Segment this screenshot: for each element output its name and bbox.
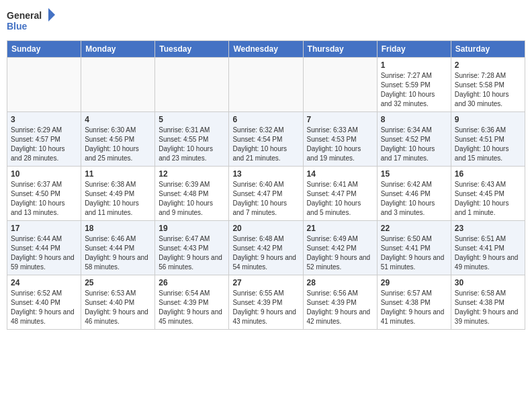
day-number: 16: [455, 169, 521, 179]
day-info: Sunrise: 6:38 AM Sunset: 4:49 PM Dayligh…: [85, 180, 151, 218]
day-info: Sunrise: 6:53 AM Sunset: 4:40 PM Dayligh…: [85, 289, 151, 326]
calendar-cell: 8Sunrise: 6:34 AM Sunset: 4:52 PM Daylig…: [377, 112, 451, 167]
calendar-cell: 2Sunrise: 7:28 AM Sunset: 5:58 PM Daylig…: [451, 58, 525, 112]
calendar-cell: 29Sunrise: 6:57 AM Sunset: 4:38 PM Dayli…: [377, 275, 451, 330]
day-info: Sunrise: 6:43 AM Sunset: 4:45 PM Dayligh…: [455, 180, 521, 218]
day-number: 4: [85, 115, 151, 124]
day-number: 5: [159, 115, 225, 124]
day-info: Sunrise: 6:54 AM Sunset: 4:39 PM Dayligh…: [159, 289, 225, 326]
day-number: 24: [11, 278, 77, 287]
calendar-cell: 14Sunrise: 6:41 AM Sunset: 4:47 PM Dayli…: [303, 167, 377, 221]
day-info: Sunrise: 6:51 AM Sunset: 4:41 PM Dayligh…: [455, 234, 521, 272]
calendar-cell: 28Sunrise: 6:56 AM Sunset: 4:39 PM Dayli…: [303, 275, 377, 330]
calendar-week-row: 10Sunrise: 6:37 AM Sunset: 4:50 PM Dayli…: [7, 167, 525, 221]
calendar-cell: [229, 58, 303, 112]
day-number: 26: [159, 278, 225, 287]
page-header: General Blue: [7, 7, 525, 35]
calendar-cell: 24Sunrise: 6:52 AM Sunset: 4:40 PM Dayli…: [7, 275, 81, 330]
day-number: 2: [455, 60, 521, 70]
calendar-cell: 12Sunrise: 6:39 AM Sunset: 4:48 PM Dayli…: [155, 167, 229, 221]
day-info: Sunrise: 6:36 AM Sunset: 4:51 PM Dayligh…: [455, 126, 521, 163]
day-number: 30: [455, 278, 521, 287]
calendar-body: 1Sunrise: 7:27 AM Sunset: 5:59 PM Daylig…: [7, 58, 525, 330]
day-info: Sunrise: 6:40 AM Sunset: 4:47 PM Dayligh…: [232, 180, 299, 218]
logo: General Blue: [7, 7, 60, 35]
day-number: 8: [381, 115, 447, 124]
calendar-cell: [81, 58, 155, 112]
day-info: Sunrise: 6:29 AM Sunset: 4:57 PM Dayligh…: [11, 126, 77, 163]
day-info: Sunrise: 6:57 AM Sunset: 4:38 PM Dayligh…: [381, 289, 447, 326]
day-number: 1: [381, 60, 447, 70]
day-number: 12: [159, 169, 225, 179]
day-info: Sunrise: 6:34 AM Sunset: 4:52 PM Dayligh…: [381, 126, 447, 163]
weekday-header-cell: Saturday: [451, 41, 525, 58]
calendar-cell: 6Sunrise: 6:32 AM Sunset: 4:54 PM Daylig…: [229, 112, 303, 167]
calendar-cell: 13Sunrise: 6:40 AM Sunset: 4:47 PM Dayli…: [229, 167, 303, 221]
calendar-week-row: 3Sunrise: 6:29 AM Sunset: 4:57 PM Daylig…: [7, 112, 525, 167]
day-number: 15: [381, 169, 447, 179]
day-info: Sunrise: 6:55 AM Sunset: 4:39 PM Dayligh…: [232, 289, 299, 326]
day-info: Sunrise: 6:31 AM Sunset: 4:55 PM Dayligh…: [159, 126, 225, 163]
weekday-header-cell: Tuesday: [155, 41, 229, 58]
day-number: 27: [232, 278, 299, 287]
weekday-header-row: SundayMondayTuesdayWednesdayThursdayFrid…: [7, 41, 525, 58]
calendar-cell: 19Sunrise: 6:47 AM Sunset: 4:43 PM Dayli…: [155, 221, 229, 275]
calendar-cell: 4Sunrise: 6:30 AM Sunset: 4:56 PM Daylig…: [81, 112, 155, 167]
svg-text:Blue: Blue: [7, 21, 28, 32]
weekday-header-cell: Sunday: [7, 41, 81, 58]
day-info: Sunrise: 6:49 AM Sunset: 4:42 PM Dayligh…: [307, 234, 373, 272]
day-number: 19: [159, 224, 225, 233]
calendar-cell: 25Sunrise: 6:53 AM Sunset: 4:40 PM Dayli…: [81, 275, 155, 330]
day-info: Sunrise: 6:39 AM Sunset: 4:48 PM Dayligh…: [159, 180, 225, 218]
day-info: Sunrise: 6:32 AM Sunset: 4:54 PM Dayligh…: [232, 126, 299, 163]
day-number: 7: [307, 115, 373, 124]
day-info: Sunrise: 6:47 AM Sunset: 4:43 PM Dayligh…: [159, 234, 225, 272]
day-number: 6: [232, 115, 299, 124]
calendar-cell: 27Sunrise: 6:55 AM Sunset: 4:39 PM Dayli…: [229, 275, 303, 330]
day-number: 13: [232, 169, 299, 179]
day-info: Sunrise: 6:33 AM Sunset: 4:53 PM Dayligh…: [307, 126, 373, 163]
logo-svg: General Blue: [7, 7, 60, 35]
calendar-cell: [7, 58, 81, 112]
calendar-cell: 30Sunrise: 6:58 AM Sunset: 4:38 PM Dayli…: [451, 275, 525, 330]
weekday-header-cell: Friday: [377, 41, 451, 58]
day-info: Sunrise: 7:27 AM Sunset: 5:59 PM Dayligh…: [381, 71, 447, 109]
weekday-header-cell: Thursday: [303, 41, 377, 58]
day-info: Sunrise: 6:48 AM Sunset: 4:42 PM Dayligh…: [232, 234, 299, 272]
day-number: 9: [455, 115, 521, 124]
day-info: Sunrise: 6:58 AM Sunset: 4:38 PM Dayligh…: [455, 289, 521, 326]
calendar-cell: 23Sunrise: 6:51 AM Sunset: 4:41 PM Dayli…: [451, 221, 525, 275]
day-number: 17: [11, 224, 77, 233]
day-info: Sunrise: 6:44 AM Sunset: 4:44 PM Dayligh…: [11, 234, 77, 272]
calendar-cell: 18Sunrise: 6:46 AM Sunset: 4:44 PM Dayli…: [81, 221, 155, 275]
day-info: Sunrise: 6:42 AM Sunset: 4:46 PM Dayligh…: [381, 180, 447, 218]
calendar-cell: 22Sunrise: 6:50 AM Sunset: 4:41 PM Dayli…: [377, 221, 451, 275]
day-info: Sunrise: 6:37 AM Sunset: 4:50 PM Dayligh…: [11, 180, 77, 218]
day-info: Sunrise: 6:50 AM Sunset: 4:41 PM Dayligh…: [381, 234, 447, 272]
day-info: Sunrise: 6:52 AM Sunset: 4:40 PM Dayligh…: [11, 289, 77, 326]
day-number: 10: [11, 169, 77, 179]
calendar-week-row: 24Sunrise: 6:52 AM Sunset: 4:40 PM Dayli…: [7, 275, 525, 330]
calendar-cell: [303, 58, 377, 112]
calendar-cell: 15Sunrise: 6:42 AM Sunset: 4:46 PM Dayli…: [377, 167, 451, 221]
day-number: 28: [307, 278, 373, 287]
day-number: 23: [455, 224, 521, 233]
day-number: 25: [85, 278, 151, 287]
calendar-cell: 9Sunrise: 6:36 AM Sunset: 4:51 PM Daylig…: [451, 112, 525, 167]
weekday-header-cell: Wednesday: [229, 41, 303, 58]
day-number: 21: [307, 224, 373, 233]
day-number: 20: [232, 224, 299, 233]
calendar-cell: 20Sunrise: 6:48 AM Sunset: 4:42 PM Dayli…: [229, 221, 303, 275]
calendar-week-row: 1Sunrise: 7:27 AM Sunset: 5:59 PM Daylig…: [7, 58, 525, 112]
day-number: 3: [11, 115, 77, 124]
day-info: Sunrise: 6:56 AM Sunset: 4:39 PM Dayligh…: [307, 289, 373, 326]
calendar-cell: 3Sunrise: 6:29 AM Sunset: 4:57 PM Daylig…: [7, 112, 81, 167]
day-info: Sunrise: 6:46 AM Sunset: 4:44 PM Dayligh…: [85, 234, 151, 272]
svg-marker-2: [48, 8, 55, 21]
day-info: Sunrise: 7:28 AM Sunset: 5:58 PM Dayligh…: [455, 71, 521, 109]
calendar-cell: 7Sunrise: 6:33 AM Sunset: 4:53 PM Daylig…: [303, 112, 377, 167]
day-number: 11: [85, 169, 151, 179]
day-number: 14: [307, 169, 373, 179]
day-number: 29: [381, 278, 447, 287]
calendar-week-row: 17Sunrise: 6:44 AM Sunset: 4:44 PM Dayli…: [7, 221, 525, 275]
